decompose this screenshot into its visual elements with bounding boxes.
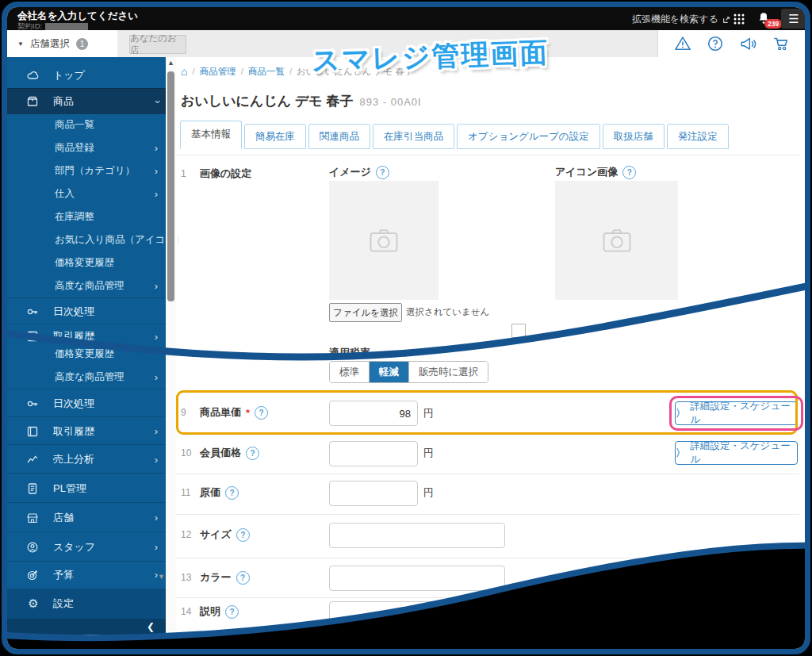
tab-basic-info[interactable]: 基本情報 bbox=[180, 121, 242, 149]
sidebar-item-daily-process[interactable]: 日次処理 bbox=[7, 297, 166, 324]
sidebar-item-price-history-2[interactable]: 価格変更履歴 bbox=[7, 343, 166, 366]
line-chart-icon bbox=[26, 453, 40, 466]
choose-file-button[interactable]: ファイルを選択 bbox=[329, 303, 402, 322]
section-image-settings: 1 画像の設定 bbox=[181, 167, 251, 181]
yen-unit: 円 bbox=[423, 485, 434, 500]
chevron-right-icon: › bbox=[155, 371, 158, 383]
sidebar-item-daily-process-2[interactable]: 日次処理 bbox=[7, 389, 166, 417]
icon-image-placeholder bbox=[555, 181, 678, 300]
store-tab-your-shop[interactable]: あなたのお店 bbox=[129, 35, 186, 54]
sidebar-item-favorites[interactable]: お気に入り商品（アイコン） bbox=[7, 228, 166, 251]
tax-at-sale-button[interactable]: 販売時に選択 bbox=[409, 362, 488, 382]
scrollbar-thumb[interactable] bbox=[167, 71, 174, 301]
sidebar-item-top[interactable]: トップ bbox=[7, 62, 166, 88]
sidebar-item-goods[interactable]: 商品 › bbox=[7, 88, 166, 114]
apps-grid-icon[interactable] bbox=[733, 13, 745, 25]
tab-option-groups[interactable]: オプショングループの設定 bbox=[457, 124, 600, 149]
chevron-right-icon: › bbox=[155, 165, 158, 177]
sidebar-item-advanced-goods[interactable]: 高度な商品管理 › bbox=[7, 274, 166, 297]
sidebar-item-pl-management[interactable]: PL管理 bbox=[7, 473, 166, 503]
key-icon bbox=[26, 305, 40, 318]
sidebar-scrollbar: ▲ bbox=[166, 57, 176, 631]
store-select-dropdown[interactable]: ▼ 店舗選択 1 bbox=[7, 30, 117, 57]
help-icon[interactable]: ? bbox=[246, 447, 259, 460]
help-icon[interactable]: ? bbox=[236, 528, 250, 542]
screenshot-frame: 会社名を入力してください 契約ID: 拡張機能を検索する bbox=[2, 2, 810, 654]
announcement-megaphone-icon[interactable] bbox=[739, 35, 757, 52]
notification-count-badge: 239 bbox=[764, 19, 782, 29]
help-icon[interactable]: ? bbox=[236, 571, 250, 585]
image-column-header: イメージ ? bbox=[329, 165, 389, 179]
sidebar-scroll-down-icon[interactable]: ▼ bbox=[158, 573, 165, 581]
sidebar-item-category[interactable]: 部門（カテゴリ） › bbox=[7, 159, 166, 182]
key-icon bbox=[26, 397, 40, 410]
description-textarea[interactable] bbox=[329, 601, 505, 649]
member-price-schedule-button[interactable]: 〉 詳細設定・スケジュール bbox=[675, 441, 798, 465]
sidebar-item-price-history[interactable]: 価格変更履歴 bbox=[7, 251, 166, 274]
product-code: 893 - 00A0I bbox=[359, 96, 421, 108]
sidebar-item-staff[interactable]: スタッフ › bbox=[7, 531, 166, 562]
tab-handling-stores[interactable]: 取扱店舗 bbox=[603, 124, 665, 149]
sidebar-item-stores[interactable]: 店舗 › bbox=[7, 502, 166, 532]
sidebar-item-sales-analysis[interactable]: 売上分析 › bbox=[7, 444, 166, 474]
person-icon bbox=[26, 541, 40, 554]
chevron-right-icon: › bbox=[155, 142, 158, 154]
sidebar-item-transactions-2[interactable]: 取引履歴 › bbox=[7, 416, 166, 445]
tax-rate-button-group: 標準 軽減 販売時に選択 bbox=[329, 361, 488, 383]
help-circle-icon[interactable] bbox=[707, 35, 724, 52]
chevron-down-icon: › bbox=[151, 100, 163, 103]
tab-related-goods[interactable]: 関連商品 bbox=[308, 124, 370, 149]
help-icon[interactable]: ? bbox=[376, 166, 389, 179]
divider bbox=[176, 597, 799, 598]
collapse-arrow-icon: ❮ bbox=[147, 621, 155, 632]
tab-stock-allocation[interactable]: 在庫引当商品 bbox=[373, 124, 454, 149]
sidebar-item-stock-adjust[interactable]: 在庫調整 bbox=[7, 205, 166, 228]
sidebar-collapse-bar[interactable]: ❮ bbox=[7, 619, 166, 635]
contract-id-redacted bbox=[45, 23, 88, 30]
divider bbox=[176, 558, 799, 558]
page-title: おいしいにんじん デモ 春子893 - 00A0I bbox=[181, 92, 422, 110]
sidebar-item-purchase[interactable]: 仕入 › bbox=[7, 182, 166, 205]
sidebar-item-goods-list[interactable]: 商品一覧 bbox=[7, 113, 166, 136]
extensions-search-label: 拡張機能を検索する bbox=[632, 13, 718, 26]
external-link-icon bbox=[722, 16, 730, 24]
sidebar-item-advanced-goods-2[interactable]: 高度な商品管理 › bbox=[7, 366, 166, 389]
alert-triangle-icon[interactable] bbox=[674, 35, 691, 52]
divider bbox=[176, 155, 799, 155]
cart-icon[interactable] bbox=[772, 35, 790, 52]
top-app-bar: 会社名を入力してください 契約ID: 拡張機能を検索する bbox=[7, 7, 805, 30]
tax-standard-button[interactable]: 標準 bbox=[330, 362, 370, 382]
cloud-icon bbox=[26, 69, 40, 81]
tax-reduced-button[interactable]: 軽減 bbox=[370, 362, 409, 382]
member-price-input[interactable] bbox=[329, 441, 418, 466]
cost-input[interactable] bbox=[329, 481, 418, 506]
tab-order-settings[interactable]: 発注設定 bbox=[667, 124, 729, 149]
chevron-right-icon: › bbox=[155, 331, 158, 343]
file-status-text: 選択されていません bbox=[406, 306, 489, 318]
size-input[interactable] bbox=[329, 523, 505, 548]
color-input[interactable] bbox=[329, 566, 505, 591]
breadcrumb-goods-list[interactable]: 商品一覧 bbox=[248, 66, 285, 78]
icon-image-column-header: アイコン画像 ? bbox=[555, 165, 636, 179]
row-color-label: 13 カラー ? bbox=[181, 570, 250, 585]
sidebar-item-settings[interactable]: ⚙ 設定 bbox=[7, 589, 166, 619]
sidebar-item-budget[interactable]: 予算 › bbox=[7, 561, 166, 588]
help-icon[interactable]: ? bbox=[225, 605, 239, 619]
extensions-search-link[interactable]: 拡張機能を検索する bbox=[632, 13, 730, 26]
scrollbar-up-icon[interactable]: ▲ bbox=[167, 59, 174, 67]
help-icon[interactable]: ? bbox=[225, 486, 239, 500]
header-icon-group bbox=[657, 30, 805, 57]
sidebar-item-goods-register[interactable]: 商品登録 › bbox=[7, 136, 166, 159]
hamburger-menu-button[interactable]: ☰ bbox=[781, 9, 806, 29]
home-icon[interactable]: ⌂ bbox=[181, 65, 187, 78]
chevron-right-icon: › bbox=[155, 425, 158, 437]
tab-simple-stock[interactable]: 簡易在庫 bbox=[244, 124, 306, 149]
divider bbox=[176, 514, 799, 515]
cropped-field-fragment bbox=[511, 324, 526, 338]
gear-icon: ⚙ bbox=[26, 597, 40, 611]
chevron-right-icon: › bbox=[155, 512, 158, 524]
breadcrumb-goods-mgmt[interactable]: 商品管理 bbox=[200, 66, 236, 78]
row-cost-label: 11 原価 ? bbox=[181, 485, 239, 500]
book-icon bbox=[26, 330, 40, 343]
help-icon[interactable]: ? bbox=[622, 166, 636, 179]
